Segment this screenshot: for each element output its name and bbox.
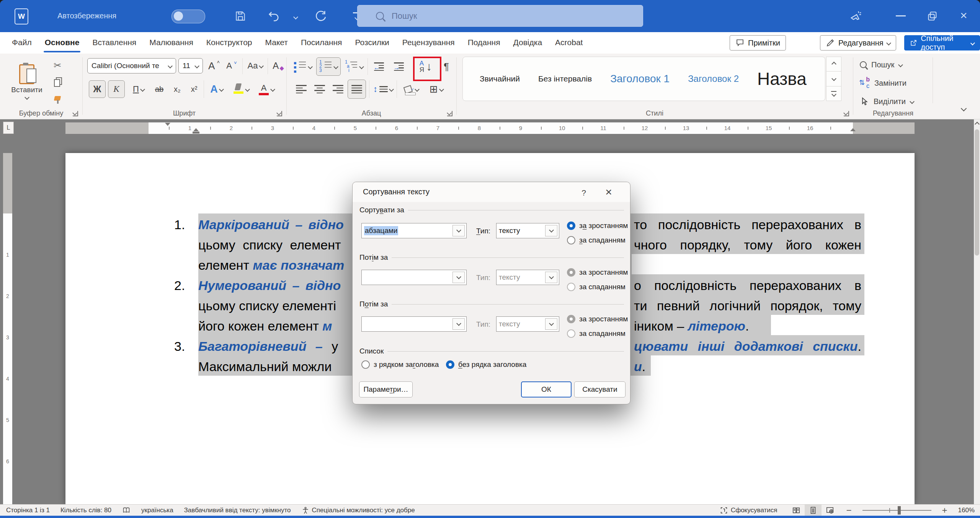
style-title[interactable]: Назва [757, 68, 807, 89]
first-line-indent-marker[interactable] [165, 123, 170, 126]
editing-mode-button[interactable]: Редагування [820, 35, 896, 50]
undo-dropdown-icon[interactable] [293, 15, 298, 20]
justify-button[interactable] [348, 80, 366, 99]
ribbon-tab[interactable]: Рецензування [396, 32, 461, 54]
superscript-button[interactable]: x² [186, 80, 202, 98]
combo-dropdown-button[interactable] [452, 225, 465, 236]
align-left-button[interactable] [293, 80, 309, 98]
multilevel-list-button[interactable]: 1ai [343, 58, 365, 75]
font-color-button[interactable]: А [255, 80, 278, 98]
underline-button[interactable]: П [128, 80, 149, 98]
collapse-ribbon-icon[interactable] [961, 106, 967, 112]
language-indicator[interactable]: українська [141, 507, 173, 514]
align-center-button[interactable] [312, 80, 328, 98]
scroll-up-icon[interactable] [975, 122, 980, 127]
proofing-icon[interactable] [122, 507, 131, 514]
combo-dropdown-button[interactable] [545, 272, 557, 283]
strikethrough-button[interactable]: ab [151, 80, 168, 98]
font-dialog-launcher-icon[interactable] [277, 111, 282, 116]
ribbon-tab[interactable]: Розсилки [348, 32, 395, 54]
vertical-scrollbar[interactable] [974, 119, 980, 504]
then-by-2-field-combo[interactable] [361, 316, 467, 332]
paste-button[interactable]: Вставити [9, 57, 44, 106]
ribbon-tab[interactable]: Основне [38, 32, 86, 54]
dialog-close-button[interactable]: × [600, 184, 617, 200]
ribbon-tab[interactable]: Подання [461, 32, 507, 54]
restore-button[interactable] [927, 11, 938, 21]
replace-button[interactable]: b c ⇅ Замінити [860, 75, 906, 91]
share-button[interactable]: Спільний доступ [904, 35, 980, 50]
bold-button[interactable]: Ж [89, 80, 106, 98]
clear-formatting-button[interactable]: А◆ [270, 58, 287, 73]
sort-by-type-combo[interactable]: тексту [496, 223, 559, 238]
accessibility-indicator[interactable]: Спеціальні можливості: усе добре [302, 507, 415, 514]
grow-font-button[interactable]: А˄ [206, 58, 222, 73]
right-indent-marker[interactable] [850, 128, 856, 131]
read-mode-button[interactable] [788, 505, 805, 516]
options-button[interactable]: Параметри… [359, 381, 413, 397]
styles-scroll-up[interactable] [826, 57, 841, 72]
page-indicator[interactable]: Сторінка 1 із 1 [6, 507, 50, 514]
style-no-spacing[interactable]: Без інтервалів [538, 74, 592, 83]
select-button[interactable]: Виділити [860, 93, 914, 109]
styles-dialog-launcher-icon[interactable] [844, 111, 849, 116]
descending-radio[interactable]: за спаданням [567, 236, 626, 244]
zoom-level[interactable]: 160% [958, 507, 975, 514]
cancel-button[interactable]: Скасувати [574, 381, 626, 397]
styles-scroll-down[interactable] [826, 72, 841, 86]
horizontal-ruler[interactable]: 12345678910111213141516 [65, 122, 915, 134]
style-normal[interactable]: Звичайний [480, 74, 520, 83]
tab-selector[interactable]: L [3, 122, 14, 134]
no-header-row-radio[interactable]: без рядка заголовка [446, 360, 526, 369]
then-by-1-type-combo[interactable]: тексту [496, 270, 559, 285]
minimize-button[interactable] [896, 15, 906, 16]
shrink-font-button[interactable]: А˅ [223, 58, 240, 73]
decrease-indent-button[interactable]: ← [371, 58, 387, 75]
shading-button[interactable]: ◞ [400, 80, 423, 98]
combo-dropdown-button[interactable] [545, 225, 557, 236]
ribbon-tab[interactable]: Малювання [143, 32, 200, 54]
copy-button[interactable] [49, 74, 66, 89]
italic-button[interactable]: К [108, 80, 125, 98]
sort-by-field-combo[interactable]: абзацами [361, 223, 467, 238]
text-effects-button[interactable]: А [206, 80, 227, 98]
header-row-radio[interactable]: з рядком заголовка [361, 360, 439, 369]
then-by-1-field-combo[interactable] [361, 270, 467, 285]
combo-dropdown-button[interactable] [452, 318, 465, 330]
ribbon-tab[interactable]: Макет [259, 32, 294, 54]
ok-button[interactable]: ОК [521, 381, 572, 397]
ribbon-tab[interactable]: Конструктор [200, 32, 259, 54]
hanging-indent-marker[interactable] [193, 128, 199, 131]
change-case-button[interactable]: Aa [245, 58, 266, 73]
word-app-icon[interactable]: W [15, 8, 28, 24]
zoom-out-button[interactable]: − [846, 505, 851, 516]
cut-button[interactable]: ✂ [49, 58, 66, 73]
ribbon-tab[interactable]: Вставлення [86, 32, 143, 54]
dialog-help-button[interactable]: ? [577, 187, 591, 199]
clipboard-dialog-launcher-icon[interactable] [73, 111, 78, 116]
zoom-slider[interactable] [862, 510, 931, 511]
bullets-button[interactable]: ■■■ [292, 58, 314, 75]
redo-icon[interactable] [314, 10, 327, 23]
paragraph-dialog-launcher-icon[interactable] [447, 111, 452, 116]
numbering-button[interactable]: 123 [316, 57, 341, 76]
borders-button[interactable]: ⊞ [425, 80, 448, 98]
combo-dropdown-button[interactable] [452, 272, 465, 283]
highlight-color-button[interactable] [230, 80, 253, 98]
align-right-button[interactable] [330, 80, 346, 98]
save-icon[interactable] [234, 10, 247, 22]
font-name-combo[interactable]: Calibri (Основний те [87, 58, 176, 73]
scrollbar-thumb[interactable] [975, 129, 979, 256]
ribbon-tab[interactable]: Посилання [294, 32, 349, 54]
autosave-toggle[interactable] [172, 10, 205, 23]
vertical-ruler[interactable]: 123456 [3, 153, 12, 504]
then-by-2-type-combo[interactable]: тексту [496, 316, 559, 332]
font-size-combo[interactable]: 11 [178, 58, 203, 73]
focus-mode-button[interactable]: Сфокусуватися [720, 506, 777, 515]
line-spacing-button[interactable]: ↕ [372, 80, 394, 98]
print-layout-button[interactable] [805, 505, 822, 516]
subscript-button[interactable]: x₂ [169, 80, 185, 98]
ribbon-tab[interactable]: Довідка [507, 32, 549, 54]
combo-dropdown-button[interactable] [545, 318, 557, 330]
search-box[interactable] [357, 5, 643, 27]
